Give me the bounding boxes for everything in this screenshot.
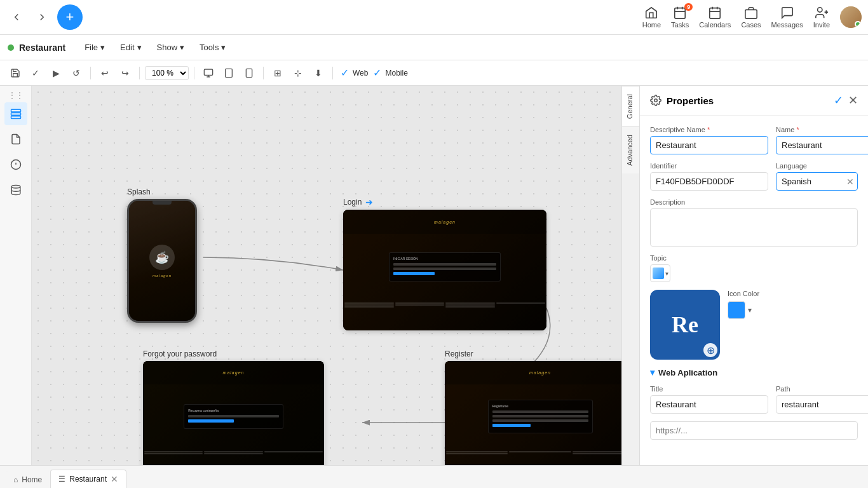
add-button[interactable]: +	[57, 4, 83, 30]
tab-restaurant-close[interactable]: ✕	[111, 474, 118, 484]
refresh-btn[interactable]: ↺	[67, 64, 85, 82]
login-screen-node[interactable]: Login ➜ malagen INICIAR SESIÓN	[343, 197, 546, 330]
forgot-screen-node[interactable]: Forgot your password malagen Recupera co…	[143, 349, 324, 465]
language-select-wrap: Spanish English French ✕	[776, 172, 858, 191]
login-label: Login ➜	[343, 197, 373, 207]
show-menu[interactable]: Show ▾	[151, 40, 191, 55]
nav-tasks[interactable]: 9 Tasks	[671, 6, 689, 29]
language-clear-icon[interactable]: ✕	[846, 177, 854, 187]
online-status-dot	[855, 21, 861, 27]
sidebar-data-icon[interactable]	[4, 179, 27, 201]
login-mock: malagen INICIAR SESIÓN	[343, 210, 546, 330]
form-row-title-path: Title Path	[650, 385, 858, 414]
description-textarea[interactable]	[650, 208, 858, 247]
download-btn[interactable]: ⬇	[309, 64, 327, 82]
topic-swatch	[653, 268, 664, 279]
svg-point-15	[654, 99, 658, 102]
topic-chevron-icon: ▾	[665, 270, 668, 277]
language-group: Language Spanish English French ✕	[776, 162, 858, 191]
nav-messages[interactable]: Messages	[771, 6, 803, 29]
sidebar-layers-icon[interactable]	[4, 102, 27, 125]
forgot-overlay: malagen Recupera contraseña	[143, 361, 324, 465]
tools-menu[interactable]: Tools ▾	[193, 40, 232, 55]
identifier-label: Identifier	[650, 162, 768, 170]
side-tabs: General Advanced	[621, 86, 639, 465]
web-platform[interactable]: ✓ Web	[341, 67, 368, 79]
descriptive-name-input[interactable]	[650, 136, 768, 154]
nav-cases[interactable]: Cases	[741, 6, 761, 29]
tasks-badge: 9	[684, 3, 693, 11]
topic-label: Topic	[650, 254, 858, 262]
icon-color-swatch[interactable]	[728, 301, 745, 319]
web-application-section[interactable]: ▾ Web Aplication	[650, 367, 858, 377]
register-screen-node[interactable]: Register malagen Registrarse	[445, 349, 635, 465]
file-menu[interactable]: File ▾	[78, 40, 111, 55]
app-status-dot	[8, 44, 14, 51]
tab-restaurant[interactable]: ☰ Restaurant ✕	[50, 470, 126, 488]
save-btn[interactable]	[6, 64, 24, 82]
icon-preview-text: Re	[672, 311, 698, 338]
user-avatar[interactable]	[840, 6, 862, 28]
web-path-label: Path	[776, 385, 868, 393]
nav-home[interactable]: Home	[642, 6, 661, 29]
icon-add-btn[interactable]: ⊕	[703, 343, 717, 357]
description-label: Description	[650, 198, 858, 206]
forgot-frame: malagen Recupera contraseña	[143, 361, 324, 465]
properties-panel: Properties ✓ ✕ Descriptive Name * Name *	[639, 86, 868, 465]
side-tabs-wrap: General Advanced	[621, 86, 639, 465]
tab-home[interactable]: ⌂ Home	[5, 471, 50, 488]
tab-general[interactable]: General	[622, 86, 639, 126]
topic-group: Topic ▾	[650, 254, 858, 282]
play-btn[interactable]: ▶	[47, 64, 65, 82]
tablet-view-btn[interactable]	[220, 64, 238, 82]
icon-color-label: Icon Color	[728, 290, 759, 297]
top-nav: + Home 9 Tasks Calendars Cases Messages …	[0, 0, 868, 35]
nav-calendars[interactable]: Calendars	[699, 6, 731, 29]
svg-point-13	[11, 186, 20, 189]
back-icon[interactable]	[6, 7, 27, 27]
mobile-platform[interactable]: ✓ Mobile	[373, 67, 407, 79]
desktop-view-btn[interactable]	[200, 64, 217, 82]
edit-menu[interactable]: Edit ▾	[114, 40, 147, 55]
splash-mock-screen: ☕ malagen	[129, 201, 195, 321]
undo-btn[interactable]: ↩	[96, 64, 114, 82]
panel-body: Descriptive Name * Name * Identifier	[640, 116, 868, 450]
descriptive-name-group: Descriptive Name *	[650, 126, 768, 154]
check-btn[interactable]: ✓	[27, 64, 44, 82]
nav-invite[interactable]: Invite	[813, 6, 830, 29]
name-input[interactable]	[776, 136, 868, 154]
web-title-input[interactable]	[650, 395, 768, 414]
icon-preview[interactable]: Re ⊕	[650, 290, 720, 360]
main-area: ⋮⋮	[0, 86, 868, 465]
identifier-input[interactable]	[650, 172, 768, 191]
splash-screen-node[interactable]: Splash ☕ malagen	[127, 187, 197, 323]
tab-advanced[interactable]: Advanced	[622, 126, 639, 173]
redo-btn[interactable]: ↪	[116, 64, 134, 82]
svg-point-3	[817, 8, 822, 12]
sidebar-component-icon[interactable]	[4, 153, 27, 176]
phone-notch	[153, 201, 172, 205]
sidebar-page-icon[interactable]	[4, 128, 27, 151]
icon-color-swatch-wrap: ▾	[728, 301, 759, 319]
svg-rect-7	[11, 109, 20, 112]
name-label: Name *	[776, 126, 868, 133]
descriptive-name-label: Descriptive Name *	[650, 126, 768, 133]
app-title: Restaurant	[19, 43, 65, 53]
splash-label: Splash	[127, 187, 151, 196]
bottom-tabs: ⌂ Home ☰ Restaurant ✕	[0, 465, 868, 488]
language-select[interactable]: Spanish English French	[776, 172, 858, 191]
zoom-select[interactable]: 100 % 50 % 150 %	[145, 66, 189, 80]
register-mock: malagen Registrarse	[445, 361, 635, 465]
transform-btn[interactable]: ⊞	[269, 64, 287, 82]
web-path-input[interactable]	[776, 395, 868, 414]
cursor-btn[interactable]: ⊹	[289, 64, 307, 82]
canvas[interactable]: Splash ☕ malagen Login ➜	[32, 86, 639, 465]
icon-preview-wrap: Re ⊕ Icon Color ▾	[650, 290, 858, 360]
mobile-view-btn[interactable]	[240, 64, 258, 82]
icon-color-chevron-icon[interactable]: ▾	[748, 306, 752, 315]
topic-color-btn[interactable]: ▾	[650, 264, 670, 282]
panel-close-btn[interactable]: ✕	[848, 93, 858, 107]
url-input[interactable]	[650, 421, 858, 440]
forward-icon[interactable]	[32, 7, 52, 27]
panel-confirm-btn[interactable]: ✓	[834, 93, 843, 107]
